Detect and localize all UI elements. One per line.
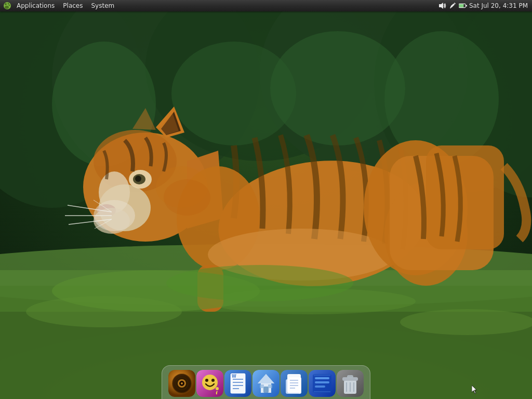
svg-rect-91 — [287, 374, 301, 393]
svg-point-9 — [270, 31, 405, 145]
dock-item-chat[interactable] — [196, 370, 223, 397]
applications-menu[interactable]: Applications — [12, 0, 59, 11]
gnome-foot-icon[interactable] — [2, 0, 12, 11]
dock-item-files[interactable] — [281, 370, 308, 397]
svg-rect-60 — [466, 5, 467, 7]
volume-icon[interactable] — [438, 2, 446, 10]
svg-point-71 — [205, 379, 208, 382]
svg-marker-56 — [439, 3, 443, 9]
svg-rect-86 — [260, 384, 264, 388]
svg-rect-100 — [315, 385, 325, 388]
svg-point-70 — [202, 375, 218, 390]
dock-icon-tasks — [309, 370, 336, 397]
dock-icon-home — [252, 370, 280, 397]
dock-item-tasks[interactable] — [309, 370, 336, 397]
dock-item-home[interactable] — [252, 370, 280, 397]
edit-icon[interactable] — [448, 2, 457, 10]
datetime-text: Sat Jul 20, 4:31 PM — [469, 2, 528, 9]
svg-point-73 — [216, 387, 219, 390]
svg-point-66 — [181, 382, 183, 384]
top-panel: Applications Places System — [0, 0, 532, 11]
dock-item-trash[interactable] — [337, 370, 364, 397]
dock-item-writer[interactable]: W — [224, 370, 251, 397]
svg-point-54 — [9, 5, 10, 6]
dock-icon-chat — [196, 370, 223, 397]
panel-right: Sat Jul 20, 4:31 PM — [438, 2, 532, 10]
desktop: Applications Places System — [0, 0, 532, 399]
svg-rect-87 — [268, 384, 272, 388]
dock-item-speaker[interactable] — [168, 370, 195, 397]
svg-point-17 — [400, 309, 532, 335]
svg-point-52 — [5, 3, 7, 5]
svg-rect-99 — [315, 381, 329, 383]
svg-point-72 — [211, 379, 215, 382]
svg-point-55 — [5, 6, 9, 9]
svg-point-53 — [8, 3, 9, 5]
svg-rect-59 — [459, 4, 464, 7]
svg-rect-98 — [315, 377, 329, 379]
svg-point-26 — [135, 176, 141, 182]
svg-point-50 — [164, 179, 210, 216]
dock-icon-trash — [337, 370, 364, 397]
dock-icon-writer: W — [224, 370, 251, 397]
svg-rect-106 — [347, 375, 353, 378]
dock-icon-files — [281, 370, 308, 397]
svg-point-43 — [166, 265, 353, 301]
battery-icon[interactable] — [459, 2, 467, 10]
dock-icon-speaker — [168, 370, 195, 397]
system-menu[interactable]: System — [87, 0, 118, 11]
dock: W — [162, 365, 370, 399]
wallpaper — [0, 0, 532, 399]
datetime[interactable]: Sat Jul 20, 4:31 PM — [469, 2, 528, 9]
dock-container: W — [162, 365, 370, 399]
svg-rect-85 — [263, 387, 269, 393]
svg-text:W: W — [232, 374, 236, 379]
places-menu[interactable]: Places — [59, 0, 87, 11]
panel-left: Applications Places System — [0, 0, 118, 11]
